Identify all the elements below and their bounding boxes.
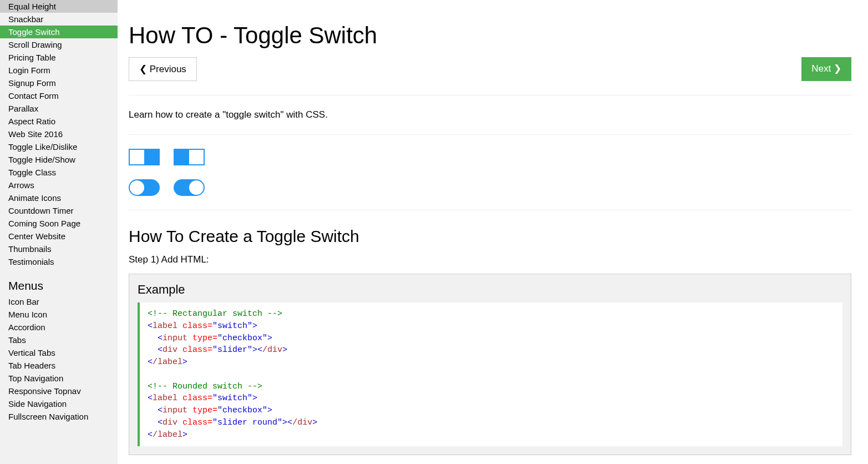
sidebar-item-tab-headers[interactable]: Tab Headers [0,359,118,372]
sidebar-nav[interactable]: Equal HeightSnackbarToggle SwitchScroll … [0,0,118,464]
divider [129,134,851,135]
sidebar-item-vertical-tabs[interactable]: Vertical Tabs [0,346,118,359]
sidebar-item-center-website[interactable]: Center Website [0,230,118,243]
sidebar-item-aspect-ratio[interactable]: Aspect Ratio [0,115,118,128]
sidebar-item-responsive-topnav[interactable]: Responsive Topnav [0,385,118,397]
example-heading: Example [138,283,842,297]
sidebar-item-parallax[interactable]: Parallax [0,102,118,115]
divider [129,210,851,210]
section-heading: How To Create a Toggle Switch [129,227,851,246]
next-button[interactable]: Next ❯ [801,57,851,81]
sidebar-item-toggle-class[interactable]: Toggle Class [0,166,118,179]
sidebar-item-contact-form[interactable]: Contact Form [0,89,118,102]
toggle-switch-square-off[interactable] [129,149,160,165]
sidebar-item-animate-icons[interactable]: Animate Icons [0,191,118,204]
sidebar-item-pricing-table[interactable]: Pricing Table [0,51,118,64]
sidebar-item-accordion[interactable]: Accordion [0,321,118,334]
previous-button[interactable]: ❮ Previous [129,57,197,81]
toggle-switch-round-off[interactable] [129,179,160,196]
sidebar-heading-menus: Menus [0,268,118,295]
sidebar-item-toggle-switch[interactable]: Toggle Switch [0,26,118,38]
sidebar-item-web-site-2016[interactable]: Web Site 2016 [0,128,118,140]
sidebar-item-coming-soon-page[interactable]: Coming Soon Page [0,217,118,230]
sidebar-item-testimonials[interactable]: Testimonials [0,255,118,268]
sidebar-item-top-navigation[interactable]: Top Navigation [0,372,118,385]
sidebar-item-signup-form[interactable]: Signup Form [0,77,118,89]
switch-demo-row-round [129,179,851,196]
intro-text: Learn how to create a "toggle switch" wi… [129,109,851,120]
toggle-switch-round-on[interactable] [174,179,205,196]
sidebar-item-side-navigation[interactable]: Side Navigation [0,397,118,410]
sidebar-item-fullscreen-navigation[interactable]: Fullscreen Navigation [0,410,118,423]
sidebar-item-equal-height[interactable]: Equal Height [0,0,118,13]
nav-buttons: ❮ Previous Next ❯ [129,57,851,81]
sidebar-item-toggle-like-dislike[interactable]: Toggle Like/Dislike [0,140,118,153]
toggle-switch-square-on[interactable] [174,149,205,165]
sidebar-item-scroll-drawing[interactable]: Scroll Drawing [0,38,118,51]
sidebar-item-thumbnails[interactable]: Thumbnails [0,243,118,255]
sidebar-item-login-form[interactable]: Login Form [0,64,118,77]
switch-demo-row-square [129,149,851,165]
sidebar-item-snackbar[interactable]: Snackbar [0,13,118,26]
main-content: How TO - Toggle Switch ❮ Previous Next ❯… [118,0,868,464]
step-label: Step 1) Add HTML: [129,254,851,265]
sidebar-item-countdown-timer[interactable]: Countdown Timer [0,204,118,217]
code-block: <!-- Rectangular switch --> <label class… [138,302,842,446]
sidebar-item-menu-icon[interactable]: Menu Icon [0,308,118,321]
example-box: Example <!-- Rectangular switch --> <lab… [129,274,851,455]
divider [129,95,851,95]
sidebar-item-tabs[interactable]: Tabs [0,334,118,346]
page-title: How TO - Toggle Switch [129,22,851,49]
sidebar-item-toggle-hide-show[interactable]: Toggle Hide/Show [0,153,118,166]
sidebar-item-icon-bar[interactable]: Icon Bar [0,295,118,308]
sidebar-item-arrows[interactable]: Arrows [0,179,118,191]
